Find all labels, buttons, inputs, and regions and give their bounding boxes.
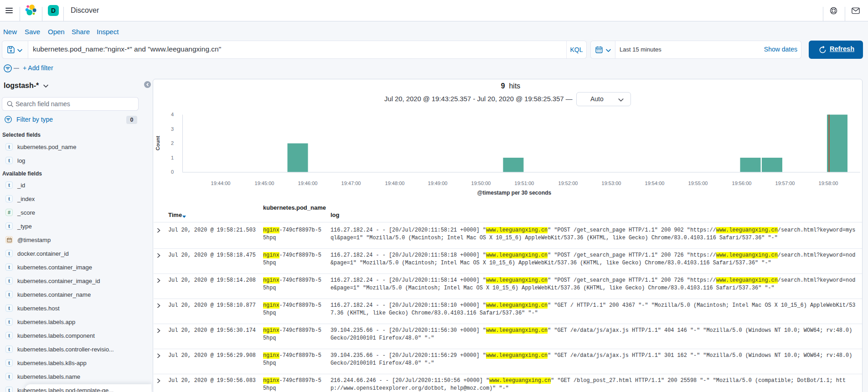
svg-text:19:51:00: 19:51:00: [515, 181, 534, 186]
svg-text:19:58:00: 19:58:00: [819, 181, 838, 186]
svg-text:19:52:00: 19:52:00: [558, 181, 578, 186]
svg-text:0: 0: [171, 169, 174, 175]
svg-text:19:54:00: 19:54:00: [645, 181, 665, 186]
svg-text:@timestamp per 30 seconds: @timestamp per 30 seconds: [477, 190, 552, 196]
svg-text:19:57:00: 19:57:00: [775, 181, 795, 186]
svg-text:19:50:00: 19:50:00: [471, 181, 491, 186]
svg-text:19:44:00: 19:44:00: [211, 181, 231, 186]
svg-text:19:49:00: 19:49:00: [428, 181, 448, 186]
svg-text:19:45:00: 19:45:00: [255, 181, 274, 186]
svg-text:19:47:00: 19:47:00: [341, 181, 361, 186]
svg-text:19:56:00: 19:56:00: [732, 181, 752, 186]
svg-text:19:55:00: 19:55:00: [688, 181, 708, 186]
svg-text:4: 4: [171, 112, 174, 117]
svg-text:2: 2: [171, 140, 174, 146]
svg-text:1: 1: [171, 155, 174, 160]
svg-text:19:48:00: 19:48:00: [385, 181, 405, 186]
svg-text:19:46:00: 19:46:00: [298, 181, 318, 186]
svg-text:19:53:00: 19:53:00: [602, 181, 621, 186]
svg-text:3: 3: [171, 126, 174, 132]
svg-text:Count: Count: [155, 136, 160, 150]
